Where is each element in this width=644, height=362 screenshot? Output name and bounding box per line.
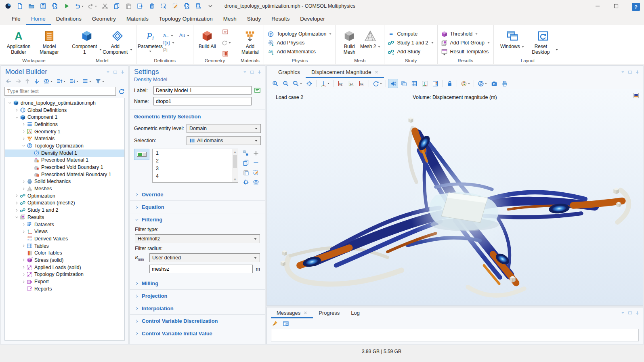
- rotate-button[interactable]: [371, 79, 384, 88]
- menu-item-topology-optimization[interactable]: Topology Optimization: [154, 12, 218, 25]
- tree-item-prescribed-material-1[interactable]: Prescribed Material 1: [5, 157, 124, 164]
- move-up-button[interactable]: [23, 77, 32, 85]
- redo-button[interactable]: [86, 1, 99, 11]
- tree-item-geometry-1[interactable]: AGeometry 1: [5, 128, 124, 135]
- entity-level-dropdown[interactable]: Domain: [187, 124, 261, 133]
- active-selection-toggle[interactable]: [134, 149, 149, 160]
- refresh-icon[interactable]: [118, 88, 125, 95]
- update-geometry-button[interactable]: [220, 38, 233, 48]
- camera-button[interactable]: [489, 79, 499, 88]
- reset-desktop-button[interactable]: Reset Desktop: [528, 28, 558, 55]
- tab-graphics[interactable]: Graphics: [273, 66, 306, 78]
- tree-item-views[interactable]: Views: [5, 228, 124, 235]
- model-manager-button[interactable]: Model Manager: [34, 28, 65, 55]
- menu-item-results[interactable]: Results: [266, 12, 295, 25]
- tree-expander-icon[interactable]: [21, 258, 26, 262]
- rename-icon[interactable]: [254, 87, 261, 94]
- toolbar-caret-button[interactable]: [205, 1, 216, 11]
- shutter-button[interactable]: [476, 79, 489, 88]
- scene-light-button[interactable]: [388, 79, 398, 88]
- add-sel-button[interactable]: [251, 149, 261, 158]
- tree-item-stress-solid-[interactable]: *Stress (solid): [5, 257, 124, 264]
- graphics-canvas[interactable]: Load case 2 Volume: Displacement magnitu…: [267, 89, 643, 305]
- tree-expander-icon[interactable]: [7, 101, 13, 105]
- tree-item-applied-loads-solid-[interactable]: Applied Loads (solid): [5, 264, 124, 271]
- tree-expander-icon[interactable]: [14, 194, 19, 198]
- tree-expander-icon[interactable]: [21, 122, 26, 126]
- section-control-variable-discretization[interactable]: Control Variable Discretization: [130, 314, 265, 327]
- add-study-button[interactable]: Add Study: [388, 48, 434, 55]
- zoom-doc-button[interactable]: [181, 1, 192, 11]
- section-equation[interactable]: Equation: [130, 200, 265, 213]
- tree-item-definitions[interactable]: Definitions: [5, 121, 124, 128]
- tree-item-drone-topology-optimization-mph[interactable]: drone_topology_optimization.mph: [5, 99, 124, 107]
- panel-menu-icon[interactable]: [106, 70, 110, 74]
- tree-item-topology-optimization[interactable]: ?Topology Optimization: [5, 142, 124, 149]
- zoom-out-button[interactable]: [281, 79, 291, 88]
- back-button[interactable]: [4, 77, 13, 85]
- zoom-selection-button[interactable]: [241, 178, 251, 187]
- functions-button[interactable]: f(x): [163, 40, 190, 46]
- variables-button[interactable]: a=: [163, 33, 174, 38]
- add-component-button[interactable]: Add Component: [102, 28, 133, 55]
- add-plot-group-button[interactable]: Add Plot Group: [441, 40, 490, 46]
- go-to-view-button[interactable]: [319, 79, 331, 88]
- tree-item-export[interactable]: Export: [5, 278, 124, 285]
- zoom-in-button[interactable]: [270, 79, 280, 88]
- add-mathematics-button[interactable]: ΔuAdd Mathematics: [267, 48, 332, 55]
- tree-item-prescribed-material-boundary-1[interactable]: Prescribed Material Boundary 1: [5, 171, 124, 178]
- create-selection-button[interactable]: [241, 149, 251, 158]
- open-button[interactable]: [26, 1, 37, 11]
- tree-expander-icon[interactable]: [21, 280, 26, 284]
- tree-expander-icon[interactable]: [21, 130, 26, 133]
- menu-item-geometry[interactable]: Geometry: [87, 12, 121, 25]
- delete-button[interactable]: [146, 1, 157, 11]
- menu-item-file[interactable]: File: [6, 12, 26, 25]
- virtual-operations-button[interactable]: [220, 49, 230, 59]
- axes-small-button[interactable]: [420, 79, 430, 88]
- win-min-button[interactable]: [588, 0, 607, 12]
- add-physics-button[interactable]: Add Physics: [267, 40, 332, 46]
- tree-item-color-tables[interactable]: Color Tables: [5, 249, 124, 257]
- plot-thumbnail-icon[interactable]: [633, 93, 639, 99]
- section-filtering[interactable]: Filtering: [130, 213, 265, 225]
- view-xz-button[interactable]: xz: [357, 79, 367, 88]
- tree-expander-icon[interactable]: [21, 223, 26, 226]
- colorbar-button[interactable]: [430, 79, 440, 88]
- mesh-2-button[interactable]: Mesh 2: [360, 28, 381, 50]
- scroll-up-icon[interactable]: ▲: [232, 149, 238, 155]
- new-file-button[interactable]: [14, 1, 25, 11]
- tree-expander-icon[interactable]: [21, 273, 26, 276]
- import-button[interactable]: [220, 27, 230, 37]
- box-select-button[interactable]: [251, 168, 261, 177]
- windows-button[interactable]: Windows: [497, 28, 528, 50]
- section-milling[interactable]: Milling: [130, 277, 265, 289]
- grid-button[interactable]: [409, 79, 419, 88]
- zoom-box-button[interactable]: [291, 79, 304, 88]
- duplicate-button[interactable]: [134, 1, 145, 11]
- close-icon[interactable]: [375, 70, 378, 74]
- scroll-down-icon[interactable]: ▼: [232, 177, 238, 182]
- forward-button[interactable]: [14, 77, 23, 85]
- view-xy-button[interactable]: xy: [336, 79, 346, 88]
- topology-optimization-button[interactable]: ?Topology Optimization: [267, 31, 332, 38]
- select-frame-button[interactable]: [158, 1, 169, 11]
- tree-item-datasets[interactable]: Datasets: [5, 221, 124, 228]
- nonlocal-couplings-button[interactable]: Δu: [179, 33, 190, 38]
- zoom-extents-button[interactable]: [304, 79, 314, 88]
- menu-item-study[interactable]: Study: [242, 12, 266, 25]
- tree-item-meshes[interactable]: Meshes: [5, 185, 124, 192]
- menu-item-definitions[interactable]: Definitions: [51, 12, 87, 25]
- cut-button[interactable]: [99, 1, 110, 11]
- save-preview-button[interactable]: [49, 1, 60, 11]
- tree-item-optimization-mesh2-[interactable]: Optimization (mesh2): [5, 200, 124, 207]
- section-projection[interactable]: Projection: [130, 289, 265, 302]
- selection-list-item[interactable]: 2: [153, 157, 238, 164]
- save-button[interactable]: [38, 1, 48, 11]
- table-mail-button[interactable]: [281, 319, 291, 328]
- section-override[interactable]: Override: [130, 188, 265, 200]
- win-max-button[interactable]: [607, 0, 625, 12]
- tree-item-tables[interactable]: Tables: [5, 242, 124, 250]
- tree-expander-icon[interactable]: [21, 230, 26, 234]
- panel-float-icon[interactable]: [113, 70, 117, 74]
